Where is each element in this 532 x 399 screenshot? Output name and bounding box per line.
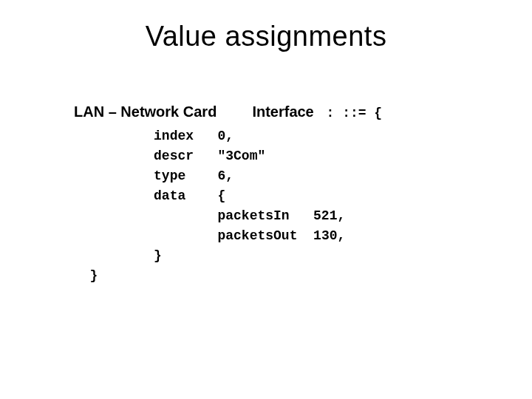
val-data-open: { <box>217 188 225 203</box>
code-line-descr: descr "3Com" <box>74 149 265 163</box>
content-block: LAN – Network Card Interface : ::= { ind… <box>74 103 488 286</box>
close-brace-inner: } <box>154 248 162 263</box>
code-line-packetsout: packetsOut 130, <box>74 228 345 243</box>
code-block: index 0, descr "3Com" type 6, data { pac… <box>74 126 488 286</box>
assignment-tail: : ::= { <box>318 106 382 120</box>
key-index: index <box>154 129 194 143</box>
val-descr: "3Com" <box>217 149 265 163</box>
key-data: data <box>154 188 185 203</box>
code-line-type: type 6, <box>74 168 233 183</box>
key-type: type <box>154 168 185 183</box>
val-index: 0, <box>217 129 233 143</box>
code-line-index: index 0, <box>74 129 233 143</box>
key-packetsin: packetsIn <box>217 208 289 223</box>
val-packetsin: 521, <box>313 208 345 223</box>
val-packetsout: 130, <box>313 228 345 243</box>
code-line-packetsin: packetsIn 521, <box>74 208 345 223</box>
key-descr: descr <box>154 149 194 163</box>
key-packetsout: packetsOut <box>217 228 297 243</box>
lan-label: LAN – Network Card <box>74 103 216 120</box>
header-line: LAN – Network Card Interface : ::= { <box>74 103 488 120</box>
page-title: Value assignments <box>0 0 532 52</box>
code-line-data: data { <box>74 188 225 203</box>
val-type: 6, <box>217 168 233 183</box>
code-line-close-outer: } <box>74 268 98 283</box>
interface-label: Interface <box>252 103 313 120</box>
code-line-close-inner: } <box>74 248 162 263</box>
close-brace-outer: } <box>90 268 98 283</box>
